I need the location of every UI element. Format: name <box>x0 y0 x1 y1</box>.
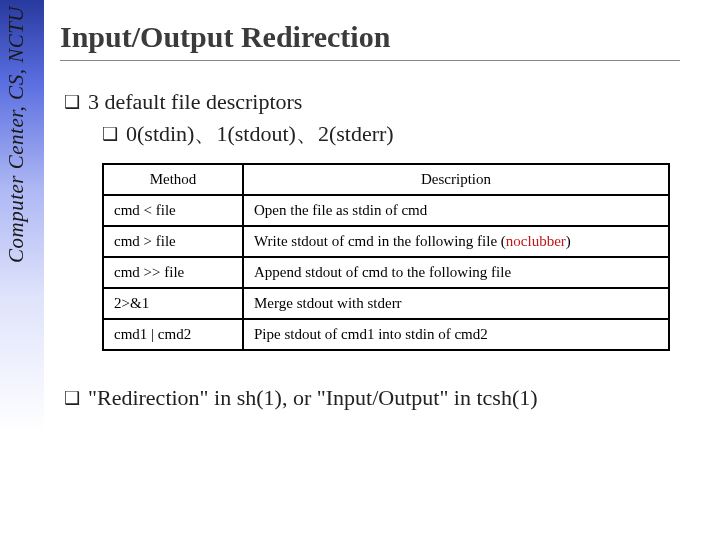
cell-description: Append stdout of cmd to the following fi… <box>243 257 669 288</box>
sidebar: Computer Center, CS, NCTU 12 <box>0 0 44 540</box>
cell-method: cmd < file <box>103 195 243 226</box>
sidebar-org: Computer Center, CS, NCTU <box>4 6 29 263</box>
cell-method: cmd >> file <box>103 257 243 288</box>
desc-text: Pipe stdout of cmd1 into stdin of cmd2 <box>254 326 488 342</box>
table-header-row: Method Description <box>103 164 669 195</box>
desc-text: Open the file as stdin of cmd <box>254 202 427 218</box>
desc-red: noclubber <box>506 233 566 249</box>
table-row: cmd < file Open the file as stdin of cmd <box>103 195 669 226</box>
desc-text: Merge stdout with stderr <box>254 295 402 311</box>
bullet-footer: "Redirection" in sh(1), or "Input/Output… <box>64 385 710 411</box>
cell-method: cmd1 | cmd2 <box>103 319 243 350</box>
cell-description: Write stdout of cmd in the following fil… <box>243 226 669 257</box>
title-rule <box>60 60 680 61</box>
th-method: Method <box>103 164 243 195</box>
table-row: cmd > file Write stdout of cmd in the fo… <box>103 226 669 257</box>
cell-method: cmd > file <box>103 226 243 257</box>
table-row: cmd1 | cmd2 Pipe stdout of cmd1 into std… <box>103 319 669 350</box>
cell-description: Merge stdout with stderr <box>243 288 669 319</box>
page-number: 12 <box>0 510 44 528</box>
bullet-fd-heading: 3 default file descriptors <box>64 89 710 115</box>
table-row: 2>&1 Merge stdout with stderr <box>103 288 669 319</box>
cell-description: Pipe stdout of cmd1 into stdin of cmd2 <box>243 319 669 350</box>
redirection-table: Method Description cmd < file Open the f… <box>102 163 670 351</box>
th-description: Description <box>243 164 669 195</box>
desc-text: Append stdout of cmd to the following fi… <box>254 264 511 280</box>
slide: Computer Center, CS, NCTU 12 Input/Outpu… <box>0 0 720 540</box>
content: Input/Output Redirection 3 default file … <box>60 0 710 411</box>
cell-method: 2>&1 <box>103 288 243 319</box>
desc-text: ) <box>566 233 571 249</box>
page-title: Input/Output Redirection <box>60 20 710 54</box>
bullet-fd-list: 0(stdin)、1(stdout)、2(stderr) <box>102 119 710 149</box>
cell-description: Open the file as stdin of cmd <box>243 195 669 226</box>
desc-text: Write stdout of cmd in the following fil… <box>254 233 506 249</box>
table-row: cmd >> file Append stdout of cmd to the … <box>103 257 669 288</box>
